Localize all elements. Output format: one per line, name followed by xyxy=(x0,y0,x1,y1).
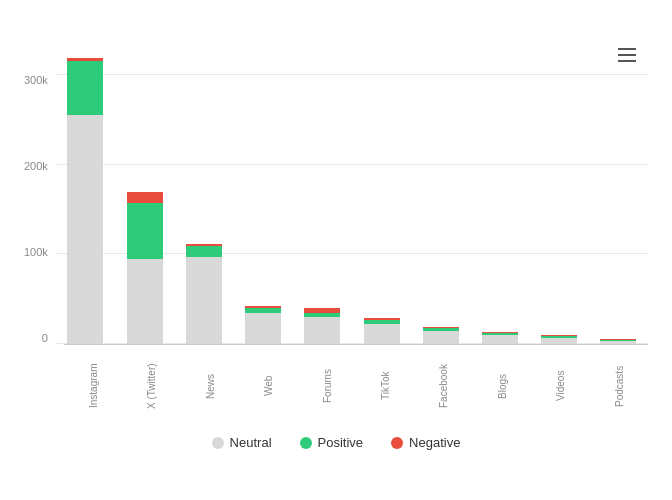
chart-area: 300k200k100k0 xyxy=(24,44,648,344)
stacked-bar xyxy=(186,244,222,344)
bar-segment-positive xyxy=(67,61,103,115)
x-axis-label: Facebook xyxy=(414,351,472,421)
x-axis-label: Podcasts xyxy=(590,351,648,421)
x-axis-label: News xyxy=(181,351,239,421)
bar-group xyxy=(293,308,352,344)
bar-segment-neutral xyxy=(186,257,222,344)
stacked-bar xyxy=(482,332,518,344)
bar-group xyxy=(234,306,293,344)
bar-segment-neutral xyxy=(245,313,281,345)
bar-segment-negative xyxy=(127,192,163,203)
x-axis-label: X (Twitter) xyxy=(122,351,180,421)
stacked-bar xyxy=(364,318,400,344)
legend: NeutralPositiveNegative xyxy=(24,435,648,454)
x-labels: InstagramX (Twitter)NewsWebForumsTikTokF… xyxy=(24,351,648,421)
x-axis-label: Instagram xyxy=(64,351,122,421)
bar-segment-positive xyxy=(127,203,163,259)
bar-segment-neutral xyxy=(127,259,163,345)
bar-group xyxy=(530,335,589,344)
y-axis-label: 0 xyxy=(42,332,48,344)
bars-wrapper xyxy=(56,74,648,344)
bar-group xyxy=(115,192,174,344)
bar-segment-neutral xyxy=(364,324,400,344)
stacked-bar xyxy=(67,58,103,344)
x-axis-label: TikTok xyxy=(356,351,414,421)
stacked-bar xyxy=(304,308,340,344)
bar-group xyxy=(589,339,648,344)
bar-segment-neutral xyxy=(600,341,636,344)
stacked-bar xyxy=(600,339,636,344)
x-axis-label: Forums xyxy=(298,351,356,421)
chart-container: 300k200k100k0 InstagramX (Twitter)NewsWe… xyxy=(24,44,648,454)
x-axis-label: Web xyxy=(239,351,297,421)
y-axis-label: 200k xyxy=(24,160,48,172)
bar-segment-neutral xyxy=(304,317,340,344)
bar-segment-neutral xyxy=(67,115,103,345)
legend-item-neutral: Neutral xyxy=(212,435,272,450)
y-axis-label: 100k xyxy=(24,246,48,258)
y-axis-label: 300k xyxy=(24,74,48,86)
x-axis-line xyxy=(64,344,648,345)
legend-label-negative: Negative xyxy=(409,435,460,450)
x-axis-label: Blogs xyxy=(473,351,531,421)
stacked-bar xyxy=(245,306,281,344)
stacked-bar xyxy=(541,335,577,344)
x-axis-label: Videos xyxy=(531,351,589,421)
bar-segment-neutral xyxy=(482,335,518,344)
legend-item-positive: Positive xyxy=(300,435,364,450)
legend-item-negative: Negative xyxy=(391,435,460,450)
legend-label-positive: Positive xyxy=(318,435,364,450)
bar-group xyxy=(470,332,529,344)
y-axis: 300k200k100k0 xyxy=(24,74,56,344)
stacked-bar xyxy=(423,327,459,344)
legend-dot-negative xyxy=(391,437,403,449)
bar-group xyxy=(56,58,115,344)
bar-segment-positive xyxy=(186,246,222,257)
bar-group xyxy=(174,244,233,344)
legend-dot-neutral xyxy=(212,437,224,449)
bar-group xyxy=(352,318,411,344)
bar-segment-neutral xyxy=(423,331,459,344)
chart-inner xyxy=(56,74,648,344)
bar-group xyxy=(411,327,470,344)
stacked-bar xyxy=(127,192,163,344)
legend-dot-positive xyxy=(300,437,312,449)
legend-label-neutral: Neutral xyxy=(230,435,272,450)
bar-segment-neutral xyxy=(541,338,577,344)
